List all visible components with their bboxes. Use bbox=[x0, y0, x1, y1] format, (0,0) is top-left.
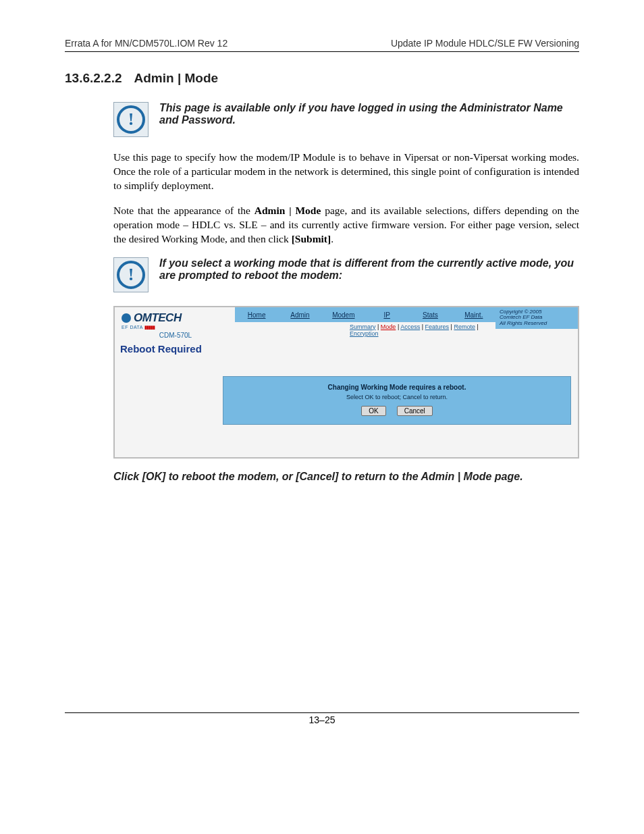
paragraph-1: Use this page to specify how the modem/I… bbox=[113, 151, 579, 193]
cancel-button[interactable]: Cancel bbox=[397, 406, 433, 416]
header-left: Errata A for MN/CDM570L.IOM Rev 12 bbox=[65, 38, 227, 49]
webui-logo: OMTECH EF DATA ▮▮▮▮▮ CDM-570L bbox=[115, 307, 235, 340]
section-number: 13.6.2.2.2 bbox=[65, 71, 122, 86]
para2-b2: [Submit] bbox=[292, 233, 331, 244]
subnav-features[interactable]: Features bbox=[425, 323, 450, 330]
footer-rule bbox=[65, 712, 579, 713]
logo-globe-icon bbox=[122, 313, 131, 323]
subnav-access[interactable]: Access bbox=[400, 323, 420, 330]
paragraph-2: Note that the appearance of the Admin | … bbox=[113, 204, 579, 246]
info-note-2: ! If you select a working mode that is d… bbox=[113, 257, 579, 292]
reboot-dialog: Changing Working Mode requires a reboot.… bbox=[223, 376, 571, 425]
para2-pre: Note that the appearance of the bbox=[113, 205, 254, 216]
nav-stats[interactable]: Stats bbox=[408, 311, 452, 319]
logo-model: CDM-570L bbox=[122, 332, 230, 339]
header-rule bbox=[65, 51, 579, 52]
nav-ip[interactable]: IP bbox=[365, 311, 408, 319]
modem-webui-screenshot: OMTECH EF DATA ▮▮▮▮▮ CDM-570L Home Admin… bbox=[113, 306, 579, 459]
logo-brand: OMTECH bbox=[134, 311, 182, 325]
ok-button[interactable]: OK bbox=[361, 406, 385, 416]
webui-heading: Reboot Required bbox=[115, 340, 578, 355]
nav-admin[interactable]: Admin bbox=[278, 311, 321, 319]
subnav-mode[interactable]: Mode bbox=[381, 323, 396, 330]
info-note-1: ! This page is available only if you hav… bbox=[113, 102, 579, 137]
copy-l3: All Rights Reserved bbox=[500, 321, 574, 327]
section-heading: 13.6.2.2.2 Admin | Mode bbox=[65, 71, 579, 86]
para2-post: . bbox=[331, 233, 333, 244]
logo-bars-icon: ▮▮▮▮▮ bbox=[144, 325, 155, 330]
info-icon: ! bbox=[113, 102, 149, 137]
subnav-summary[interactable]: Summary bbox=[350, 323, 376, 330]
nav-home[interactable]: Home bbox=[235, 311, 278, 319]
section-title: Admin | Mode bbox=[134, 71, 219, 86]
para2-b1: Admin | Mode bbox=[254, 205, 321, 216]
info-note-2-text: If you select a working mode that is dif… bbox=[159, 257, 579, 282]
subnav-encryption[interactable]: Encryption bbox=[350, 330, 379, 337]
webui-main-nav: Home Admin Modem IP Stats Maint. bbox=[235, 307, 495, 323]
page-number: 13–25 bbox=[65, 714, 579, 752]
nav-modem[interactable]: Modem bbox=[322, 311, 365, 319]
logo-subline: EF DATA bbox=[122, 325, 143, 330]
reboot-dialog-line1: Changing Working Mode requires a reboot. bbox=[223, 384, 570, 391]
screenshot-caption: Click [OK] to reboot the modem, or [Canc… bbox=[113, 471, 579, 483]
webui-sub-nav: Summary | Mode | Access | Features | Rem… bbox=[235, 322, 495, 338]
subnav-remote[interactable]: Remote bbox=[454, 323, 475, 330]
header-right: Update IP Module HDLC/SLE FW Versioning bbox=[391, 38, 579, 49]
webui-copyright: Copyright © 2005 Comtech EF Data All Rig… bbox=[495, 307, 578, 329]
info-note-1-text: This page is available only if you have … bbox=[159, 102, 579, 126]
nav-maint[interactable]: Maint. bbox=[452, 311, 495, 319]
reboot-dialog-line2: Select OK to reboot; Cancel to return. bbox=[223, 394, 570, 400]
info-icon: ! bbox=[113, 257, 149, 292]
